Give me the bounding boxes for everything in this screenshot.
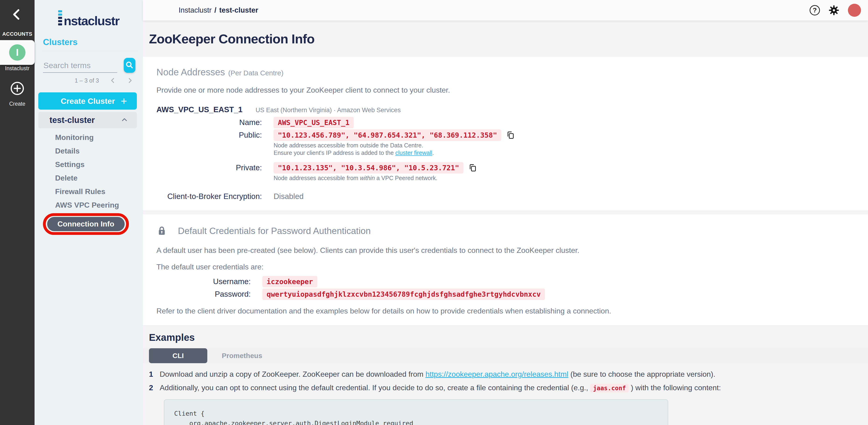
examples-section: Examples CLI Prometheus 1 Download and u… [149,332,868,425]
create-cluster-label: Create Cluster [61,97,115,106]
clusters-heading: Clusters [43,37,78,47]
credentials-heading-row: Default Credentials for Password Authent… [156,225,868,237]
public-note-2-pre: Ensure your client's IP address is added… [274,150,395,156]
create-cluster-button[interactable]: Create Cluster + [38,92,137,110]
encryption-row: Client-to-Broker Encryption: Disabled [156,192,868,201]
private-note-post: a VPC Peered network. [375,175,437,181]
pagination-next-icon[interactable] [127,77,133,84]
breadcrumb-separator: / [214,6,216,14]
breadcrumb-root[interactable]: Instaclustr [179,6,212,14]
public-note-2: Ensure your client's IP address is added… [274,149,868,157]
name-value-chip: AWS_VPC_US_EAST_1 [274,117,354,128]
lock-icon [156,225,167,237]
create-label: Create [0,101,35,107]
private-addresses-chip: "10.1.23.135", "10.3.54.986", "10.5.23.7… [274,162,463,173]
public-row: Public: "10.123.456.789", "64.987.654.32… [156,130,868,140]
password-row: Password: qwertyuiopasdfghjklzxcvbn12345… [156,289,868,299]
tab-cli[interactable]: CLI [149,348,207,363]
sidebar-item-delete[interactable]: Delete [35,171,143,185]
create-account-icon[interactable] [10,81,25,96]
logo-text: nstaclustr [64,14,119,27]
main-area: Instaclustr / test-cluster ? [143,0,868,425]
name-row: Name: AWS_VPC_US_EAST_1 [156,117,868,128]
username-value-chip: iczookeeper [262,276,317,287]
node-addresses-heading-row: Node Addresses (Per Data Centre) [156,67,868,77]
tab-prometheus[interactable]: Prometheus [222,348,262,363]
top-bar: Instaclustr / test-cluster ? [143,0,868,21]
page-title: ZooKeeper Connection Info [149,31,868,46]
breadcrumb-current: test-cluster [219,6,258,14]
username-label: Username: [156,277,251,286]
credentials-subheading: The default user credentials are: [156,263,868,271]
default-credentials-card: Default Credentials for Password Authent… [143,215,868,325]
code-line: Client { [174,409,658,419]
app-rail: ACCOUNTS I Instaclustr Create [0,0,35,425]
instaclustr-logo: nstaclustr [35,10,143,27]
search-icon [125,60,134,70]
password-label: Password: [156,290,251,299]
data-centre-row: AWS_VPC_US_EAST_1 US East (Northern Virg… [156,105,868,115]
private-label: Private: [156,163,262,172]
node-addresses-heading-sub: (Per Data Centre) [228,69,284,77]
top-actions: ? [810,4,861,17]
private-note: Node addresses accessible from within a … [274,174,868,182]
search-row [43,58,135,73]
name-label: Name: [156,118,262,127]
clusters-sidebar: nstaclustr Clusters 1 – 3 of 3 Create Cl… [35,0,143,425]
public-label: Public: [156,131,262,139]
step-2: 2 Additionally, you can opt to connect u… [149,382,868,393]
node-addresses-card: Node Addresses (Per Data Centre) Provide… [143,57,868,210]
public-note-1: Node addresses accessible from outside t… [274,141,868,149]
cluster-firewall-link[interactable]: cluster firewall [395,150,432,156]
private-row: Private: "10.1.23.135", "10.3.54.986", "… [156,163,868,173]
credentials-intro: A default user has been pre-created (see… [156,246,868,255]
examples-tabstrip: CLI Prometheus [143,348,868,363]
node-addresses-intro: Provide one or more node addresses to yo… [156,86,868,95]
user-avatar[interactable] [848,4,861,17]
pagination: 1 – 3 of 3 [35,77,133,84]
examples-steps: 1 Download and unzip a copy of ZooKeeper… [149,369,868,393]
code-line: org.apache.zookeeper.server.auth.DigestL… [174,419,658,425]
sidebar-item-details[interactable]: Details [35,144,143,158]
logo-i-icon [58,10,62,25]
step-1-text-pre: Download and unzip a copy of ZooKeeper. … [160,370,426,378]
examples-heading: Examples [149,332,868,343]
accounts-label: ACCOUNTS [0,31,35,37]
gear-icon[interactable] [828,5,839,16]
private-note-within: within [360,175,375,181]
public-addresses-chip: "10.123.456.789", "64.987.654.321", "68.… [274,129,501,141]
encryption-label: Client-to-Broker Encryption: [156,192,262,201]
private-note-pre: Node addresses accessible from [274,175,360,181]
annotation-highlight-ring: Connection Info [43,213,129,235]
account-card-instaclustr[interactable]: I [0,40,35,65]
cluster-tree-header[interactable]: test-cluster [38,112,137,128]
search-input[interactable] [43,60,117,73]
password-value-chip: qwertyuiopasdfghjklzxcvbn123456789fcghjd… [262,289,545,300]
sidebar-item-settings[interactable]: Settings [35,158,143,171]
chevron-up-icon [121,116,128,125]
zookeeper-releases-link[interactable]: https://zookeeper.apache.org/releases.ht… [426,370,568,378]
copy-public-icon[interactable] [506,131,515,139]
step-2-number: 2 [149,382,160,393]
data-centre-name: AWS_VPC_US_EAST_1 [156,105,243,114]
search-button[interactable] [124,58,135,73]
sidebar-divider [41,51,138,51]
username-row: Username: iczookeeper [156,276,868,287]
step-2-text-pre: Additionally, you can opt to connect usi… [160,384,590,392]
sidebar-item-aws-vpc-peering[interactable]: AWS VPC Peering [35,198,143,212]
public-notes: Node addresses accessible from outside t… [274,141,868,157]
step-2-text-post: ) with the following content: [629,384,721,392]
pagination-prev-icon[interactable] [109,77,116,84]
account-avatar: I [9,44,26,61]
sidebar-item-firewall-rules[interactable]: Firewall Rules [35,185,143,198]
sidebar-item-connection-info[interactable]: Connection Info [47,217,125,231]
breadcrumb: Instaclustr / test-cluster [179,6,258,14]
help-icon[interactable]: ? [810,5,820,15]
back-chevron-icon[interactable] [10,8,23,21]
step-1: 1 Download and unzip a copy of ZooKeeper… [149,369,868,380]
jaas-conf-chip: jaas.conf [590,384,629,392]
pagination-range: 1 – 3 of 3 [75,77,99,84]
copy-private-icon[interactable] [468,163,477,172]
sidebar-item-monitoring[interactable]: Monitoring [35,131,143,144]
page-content: ZooKeeper Connection Info Node Addresses… [143,21,868,425]
